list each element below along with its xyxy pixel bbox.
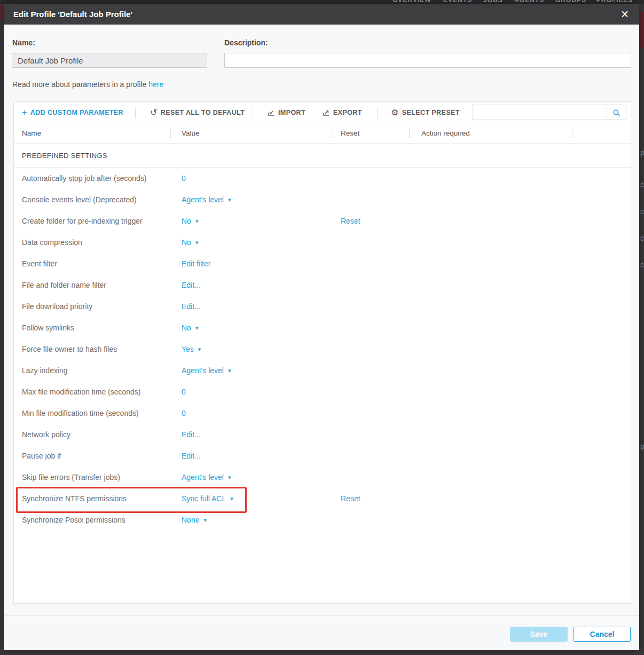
reset-icon: ↺ xyxy=(150,108,158,117)
background-text-fragment: c xyxy=(640,261,644,269)
search-button[interactable] xyxy=(607,105,626,120)
footer-divider xyxy=(4,615,639,616)
parameters-card: +ADD CUSTOM PARAMETER ↺RESET ALL TO DEFA… xyxy=(13,101,631,604)
table-row: Automatically stop job after (seconds) 0 xyxy=(14,168,631,189)
column-divider xyxy=(409,129,410,138)
name-field[interactable] xyxy=(12,53,207,68)
chevron-down-icon: ▾ xyxy=(228,474,231,480)
table-row: Force file owner to hash files Yes▾ xyxy=(14,338,631,360)
parameter-value-link[interactable]: 0 xyxy=(182,174,186,183)
description-field[interactable] xyxy=(224,53,631,68)
parameter-name: Automatically stop job after (seconds) xyxy=(22,174,146,183)
parameter-value-link[interactable]: Edit... xyxy=(182,302,201,311)
table-rows: Automatically stop job after (seconds) 0… xyxy=(14,168,631,531)
export-button[interactable]: EXPORT xyxy=(323,102,362,123)
table-row: Synchronize NTFS permissions Sync full A… xyxy=(14,488,631,509)
read-more-link[interactable]: here xyxy=(148,80,163,89)
parameter-name: Skip file errors (Transfer jobs) xyxy=(22,473,120,482)
chevron-down-icon: ▾ xyxy=(230,495,233,502)
chevron-down-icon: ▾ xyxy=(203,517,207,523)
description-label: Description: xyxy=(224,38,268,47)
parameter-value-link[interactable]: No▾ xyxy=(182,238,198,247)
table-row: File and folder name filter Edit... xyxy=(14,274,631,296)
parameter-name: Min file modification time (seconds) xyxy=(22,409,139,417)
background-text-fragment: p xyxy=(640,148,644,157)
save-button[interactable]: Save xyxy=(510,627,568,642)
export-icon xyxy=(323,109,330,116)
export-label: EXPORT xyxy=(333,109,362,116)
column-header-name: Name xyxy=(22,123,41,144)
parameter-value-text: Edit... xyxy=(182,302,201,311)
parameter-value-link[interactable]: Agent's level▾ xyxy=(182,366,231,375)
parameter-value-link[interactable]: Edit... xyxy=(182,452,201,460)
parameter-value-link[interactable]: Edit... xyxy=(182,430,201,439)
table-row: Console events level (Deprecated) Agent'… xyxy=(14,189,631,210)
chevron-down-icon: ▾ xyxy=(195,325,199,331)
chevron-down-icon: ▾ xyxy=(228,367,231,374)
parameter-value-link[interactable]: 0 xyxy=(182,388,186,396)
parameter-value-link[interactable]: Agent's level▾ xyxy=(182,195,231,204)
parameter-value-link[interactable]: 0 xyxy=(182,409,186,417)
plus-icon: + xyxy=(22,108,27,117)
close-icon[interactable]: × xyxy=(617,4,633,25)
select-preset-button[interactable]: ⚙SELECT PRESET xyxy=(391,102,460,123)
parameter-value-text: 0 xyxy=(182,409,186,417)
import-button[interactable]: IMPORT xyxy=(268,102,305,123)
parameter-name: Synchronize NTFS permissions xyxy=(22,494,127,503)
parameter-value-text: Edit... xyxy=(182,452,201,460)
parameters-toolbar: +ADD CUSTOM PARAMETER ↺RESET ALL TO DEFA… xyxy=(14,102,631,123)
parameter-value-link[interactable]: No▾ xyxy=(182,217,198,225)
table-row: Synchronize Posix permissions None▾ xyxy=(14,509,631,531)
reset-all-button[interactable]: ↺RESET ALL TO DEFAULT xyxy=(150,102,245,123)
dialog-title: Edit Profile 'Default Job Profile' xyxy=(13,4,132,25)
parameter-value-link[interactable]: No▾ xyxy=(182,323,198,332)
add-custom-parameter-button[interactable]: +ADD CUSTOM PARAMETER xyxy=(22,102,123,123)
chevron-down-icon: ▾ xyxy=(198,346,201,352)
parameter-name: Event filter xyxy=(22,259,57,268)
cancel-button[interactable]: Cancel xyxy=(574,627,631,642)
parameter-value-link[interactable]: Edit filter xyxy=(182,259,210,268)
parameter-value-text: Yes xyxy=(182,345,194,353)
chevron-down-icon: ▾ xyxy=(195,218,199,224)
toolbar-divider xyxy=(377,107,378,119)
parameter-value-link[interactable]: None▾ xyxy=(182,516,207,524)
table-row: Create folder for pre-indexing trigger N… xyxy=(14,210,631,232)
parameter-name: Create folder for pre-indexing trigger xyxy=(22,217,143,225)
parameter-reset-link[interactable]: Reset xyxy=(341,494,360,503)
parameter-value-link[interactable]: Edit... xyxy=(182,281,201,289)
table-row: Min file modification time (seconds) 0 xyxy=(14,403,631,424)
parameter-value-link[interactable]: Agent's level▾ xyxy=(182,473,231,482)
table-row: Lazy indexing Agent's level▾ xyxy=(14,360,631,381)
parameter-value-text: Agent's level xyxy=(182,366,224,375)
background-tab-profiles: PROFILES xyxy=(596,0,633,4)
parameter-value-link[interactable]: Sync full ACL▾ xyxy=(182,494,233,503)
parameter-value-text: Agent's level xyxy=(182,473,224,482)
table-row: Event filter Edit filter xyxy=(14,253,631,274)
import-icon xyxy=(268,109,275,116)
background-tab-events: EVENTS xyxy=(443,0,472,4)
parameter-value-link[interactable]: Yes▾ xyxy=(182,345,201,353)
parameter-reset-link[interactable]: Reset xyxy=(341,217,360,225)
read-more-text: Read more about parameters in a profile … xyxy=(12,80,163,89)
parameter-value-text: Edit... xyxy=(182,430,201,439)
search-input[interactable] xyxy=(473,105,607,120)
select-preset-label: SELECT PRESET xyxy=(402,109,460,116)
table-row: File download priority Edit... xyxy=(14,296,631,317)
column-divider xyxy=(332,129,332,138)
import-label: IMPORT xyxy=(278,109,305,116)
background-text-fragment: p xyxy=(640,442,644,451)
background-tab-groups: GROUPS xyxy=(555,0,586,4)
screen: OVERVIEW EVENTS JOBS AGENTS GROUPS PROFI… xyxy=(0,0,644,655)
parameter-value-text: None xyxy=(182,516,199,524)
add-custom-parameter-label: ADD CUSTOM PARAMETER xyxy=(30,109,123,116)
search-box xyxy=(473,105,626,120)
parameter-name: Pause job if xyxy=(22,452,61,460)
search-icon xyxy=(612,109,621,117)
parameter-name: Data compression xyxy=(22,238,82,247)
table-row: Skip file errors (Transfer jobs) Agent's… xyxy=(14,467,631,488)
gear-icon: ⚙ xyxy=(391,108,399,117)
name-label: Name: xyxy=(12,38,35,47)
parameter-name: Follow symlinks xyxy=(22,323,74,332)
parameter-name: Force file owner to hash files xyxy=(22,345,117,353)
background-banner-fragment xyxy=(639,12,644,48)
